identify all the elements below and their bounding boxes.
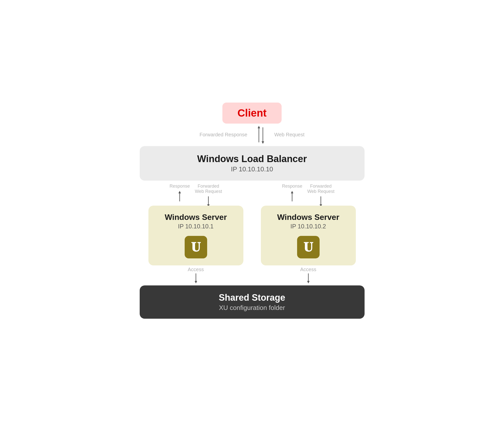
server2-up-arrow bbox=[288, 190, 296, 202]
server1-title: Windows Server bbox=[165, 213, 227, 222]
server2-ip: IP 10.10.10.2 bbox=[290, 223, 326, 230]
svg-marker-11 bbox=[291, 191, 293, 193]
client-lb-arrow-svg bbox=[253, 125, 268, 145]
server1-xu-icon: 𝐔 bbox=[185, 236, 207, 258]
server1-access-arrow bbox=[192, 273, 200, 284]
server2-arrow-area: Response ForwardedWeb Request bbox=[282, 181, 335, 206]
svg-marker-1 bbox=[258, 126, 260, 128]
server2-access-label: Access bbox=[300, 267, 316, 272]
client-lb-arrow-row: Forwarded Response Web Request bbox=[199, 124, 304, 146]
web-request-label: Web Request bbox=[274, 132, 305, 138]
svg-marker-5 bbox=[178, 191, 181, 193]
load-balancer-ip: IP 10.10.10.10 bbox=[150, 165, 355, 173]
svg-marker-9 bbox=[195, 281, 197, 283]
svg-marker-3 bbox=[262, 141, 264, 144]
server1-fwd-col: ForwardedWeb Request bbox=[195, 184, 222, 208]
forwarded-response-label: Forwarded Response bbox=[199, 132, 247, 138]
server2-xu-letter: 𝐔 bbox=[304, 241, 313, 254]
servers-row: Response ForwardedWeb Request Windows bbox=[140, 181, 365, 285]
server1-forwarded-label: ForwardedWeb Request bbox=[195, 184, 222, 194]
server1-access-label: Access bbox=[188, 267, 204, 272]
diagram-container: Client Forwarded Response Web Request Wi… bbox=[140, 103, 365, 319]
server2-access-arrow bbox=[305, 273, 312, 284]
server1-column: Response ForwardedWeb Request Windows bbox=[140, 181, 252, 285]
server1-box: Windows Server IP 10.10.10.1 𝐔 bbox=[148, 206, 243, 265]
storage-subtitle: XU configuration folder bbox=[150, 304, 355, 312]
server2-title: Windows Server bbox=[277, 213, 339, 222]
client-box: Client bbox=[222, 103, 282, 124]
load-balancer-title: Windows Load Balancer bbox=[150, 154, 355, 164]
server2-box: Windows Server IP 10.10.10.2 𝐔 bbox=[261, 206, 356, 265]
server2-column: Response ForwardedWeb Request Windows bbox=[252, 181, 365, 285]
storage-box: Shared Storage XU configuration folder bbox=[140, 285, 365, 319]
svg-marker-15 bbox=[307, 281, 310, 283]
server2-access-area: Access bbox=[300, 265, 316, 285]
server1-response-col: Response bbox=[170, 184, 190, 202]
server1-xu-letter: 𝐔 bbox=[191, 241, 201, 254]
server2-response-label: Response bbox=[282, 184, 302, 189]
server1-arrow-area: Response ForwardedWeb Request bbox=[170, 181, 222, 206]
server1-up-arrow bbox=[176, 190, 183, 202]
server1-access-area: Access bbox=[188, 265, 204, 285]
server2-xu-icon: 𝐔 bbox=[297, 236, 320, 258]
server1-response-label: Response bbox=[170, 184, 190, 189]
server2-fwd-col: ForwardedWeb Request bbox=[307, 184, 335, 208]
client-label: Client bbox=[237, 107, 267, 119]
server1-ip: IP 10.10.10.1 bbox=[178, 223, 213, 230]
server2-response-col: Response bbox=[282, 184, 302, 202]
load-balancer-box: Windows Load Balancer IP 10.10.10.10 bbox=[140, 146, 365, 181]
storage-title: Shared Storage bbox=[150, 292, 355, 303]
server2-forwarded-label: ForwardedWeb Request bbox=[307, 184, 335, 194]
